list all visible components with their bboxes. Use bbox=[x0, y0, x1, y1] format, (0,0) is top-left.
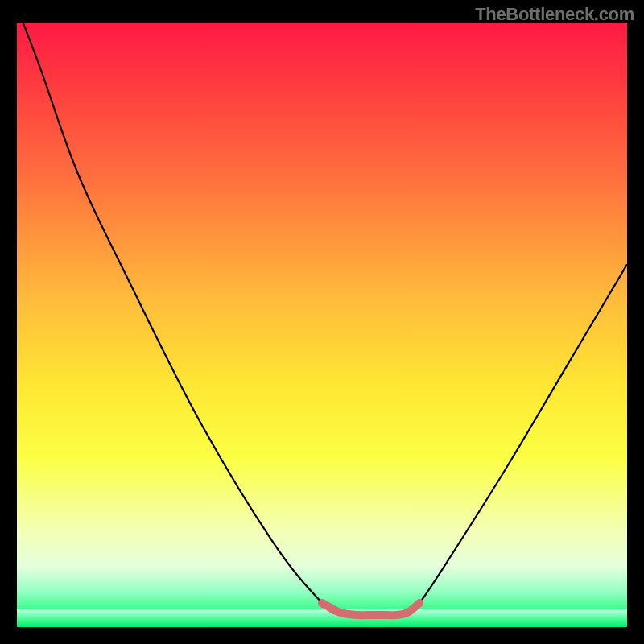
optimal-zone-overlay bbox=[322, 603, 419, 615]
bottleneck-curve bbox=[23, 23, 627, 617]
chart-container: TheBottleneck.com bbox=[0, 0, 644, 644]
plot-area bbox=[17, 23, 627, 627]
attribution-label: TheBottleneck.com bbox=[475, 4, 634, 25]
curve-svg bbox=[17, 23, 627, 627]
